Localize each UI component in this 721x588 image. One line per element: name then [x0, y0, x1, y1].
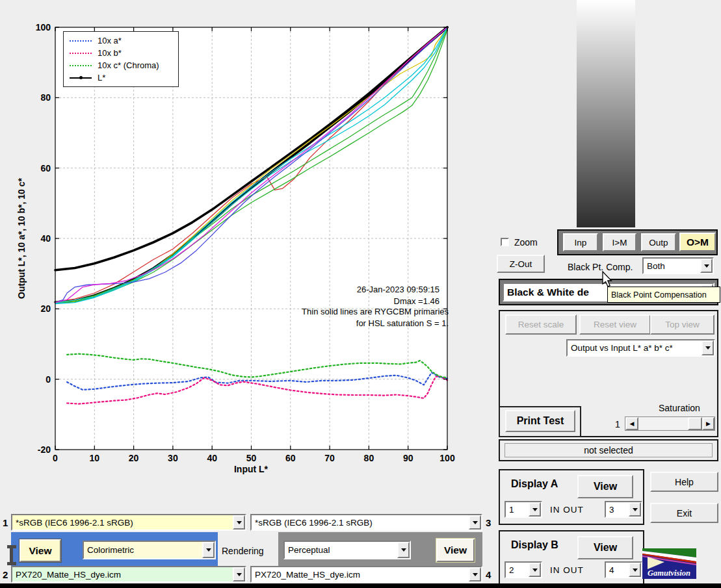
chevron-down-icon[interactable]: [701, 340, 714, 355]
z-out-button[interactable]: Z-Out: [497, 255, 545, 273]
svg-text:20: 20: [129, 453, 139, 463]
svg-text:70: 70: [324, 453, 335, 463]
exit-button[interactable]: Exit: [650, 503, 718, 523]
zoom-checkbox[interactable]: [501, 238, 509, 246]
i-beam-mark: [7, 545, 17, 565]
outp-button[interactable]: Outp: [641, 233, 676, 251]
slider-left-arrow[interactable]: ◀: [625, 417, 638, 430]
x-axis-label: Input L*: [234, 464, 269, 474]
legend-item-b: 10x b*: [70, 49, 172, 57]
rendering-label: Rendering: [222, 546, 264, 556]
black-pt-comp-value: Both: [644, 259, 700, 273]
display-a-view-button[interactable]: View: [577, 475, 633, 498]
profile-1-dropdown[interactable]: *sRGB (IEC6 1996-2.1 sRGB): [11, 514, 246, 531]
logo-text: Gamutvision: [648, 569, 690, 578]
status-text: not selected: [505, 443, 713, 457]
chevron-down-icon[interactable]: [529, 502, 541, 517]
display-b-inout-label: IN OUT: [550, 565, 584, 575]
chevron-down-icon[interactable]: [629, 502, 641, 517]
legend-label-L: L*: [98, 73, 105, 83]
black-pt-comp-dropdown[interactable]: Both: [642, 257, 714, 274]
annotation-date: 26-Jan-2023 09:59:15: [357, 284, 439, 296]
view-b-button[interactable]: View: [436, 539, 475, 562]
view-a-button[interactable]: View: [20, 539, 61, 562]
chevron-down-icon[interactable]: [469, 567, 481, 582]
intent-b-dropdown[interactable]: Perceptual: [283, 541, 411, 559]
display-b-view-button[interactable]: View: [577, 536, 633, 559]
display-a-group: Display A View 1 IN OUT 3: [499, 469, 644, 525]
intent-a-value: Colorimetric: [84, 542, 202, 558]
display-a-out-value: 3: [606, 502, 629, 517]
annotation-note-2: for HSL saturation S = 1.: [302, 318, 449, 329]
svg-text:40: 40: [40, 233, 51, 244]
intent-b-value: Perceptual: [285, 542, 397, 558]
chevron-down-icon[interactable]: [233, 515, 245, 530]
display-b-group: Display B View 2 IN OUT 4: [499, 530, 644, 585]
svg-text:40: 40: [207, 453, 217, 463]
chevron-down-icon[interactable]: [700, 259, 713, 273]
reset-scale-button[interactable]: Reset scale: [505, 314, 577, 335]
mouse-cursor-icon: [601, 271, 613, 288]
svg-text:30: 30: [168, 453, 178, 463]
display-b-title: Display B: [511, 539, 558, 551]
chevron-down-icon[interactable]: [529, 563, 541, 577]
svg-text:60: 60: [40, 163, 51, 173]
legend-swatch-c: [70, 63, 92, 68]
print-test-button[interactable]: Print Test: [505, 410, 575, 432]
slider-right-arrow[interactable]: ▶: [702, 417, 714, 430]
intent-a-dropdown[interactable]: Colorimetric: [83, 541, 216, 559]
slot-3-number: 3: [486, 517, 491, 528]
display-b-in-dropdown[interactable]: 2: [505, 561, 542, 578]
svg-text:80: 80: [364, 453, 374, 463]
display-b-out-dropdown[interactable]: 4: [605, 561, 642, 578]
reset-view-button[interactable]: Reset view: [579, 314, 651, 335]
display-a-out-dropdown[interactable]: 3: [605, 501, 642, 518]
svg-text:50: 50: [246, 453, 257, 463]
legend-swatch-b: [70, 51, 92, 56]
svg-text:60: 60: [285, 453, 296, 463]
legend-label-a: 10x a*: [98, 36, 122, 45]
display-a-in-dropdown[interactable]: 1: [505, 501, 542, 518]
svg-text:20: 20: [40, 303, 51, 314]
top-view-button[interactable]: Top view: [650, 314, 714, 335]
slider-thumb[interactable]: [688, 417, 702, 430]
gamutvision-logo: Gamutvision: [642, 548, 696, 579]
svg-text:100: 100: [439, 453, 455, 463]
legend-item-L: L*: [70, 73, 172, 82]
profile-3-dropdown[interactable]: *sRGB (IEC6 1996-2.1 sRGB): [250, 514, 482, 531]
status-box: not selected: [499, 439, 718, 461]
annotation-note-1: Thin solid lines are RYGCBM primaries: [302, 306, 449, 318]
chart-legend: 10x a* 10x b* 10x c* (Chroma) L*: [63, 31, 179, 87]
chevron-down-icon[interactable]: [629, 563, 641, 577]
black-pt-comp-label: Black Pt. Comp.: [568, 262, 633, 272]
inp-button[interactable]: Inp: [563, 233, 598, 251]
legend-item-c: 10x c* (Chroma): [70, 61, 172, 70]
saturation-slider[interactable]: ◀ ▶: [625, 416, 715, 431]
zoom-checkbox-label: Zoom: [514, 237, 538, 248]
chevron-down-icon[interactable]: [202, 542, 215, 558]
display-b-out-value: 4: [606, 563, 629, 577]
profile-4-dropdown[interactable]: PX720_Matte_HS_dye.icm: [250, 566, 482, 583]
chevron-down-icon[interactable]: [397, 542, 410, 558]
saturation-value: 1: [615, 419, 620, 429]
display-a-inout-label: IN OUT: [550, 505, 584, 515]
slot-1-number: 1: [3, 517, 8, 528]
chevron-down-icon[interactable]: [469, 515, 481, 530]
plot-type-value: Output vs Input L* a* b* c*: [568, 340, 701, 355]
profile-2-dropdown[interactable]: PX720_Matte_HS_dye.icm: [11, 566, 246, 583]
grayscale-gradient-bar: [577, 0, 635, 227]
slot-4-number: 4: [486, 569, 491, 580]
o-to-m-button[interactable]: O>M: [679, 233, 716, 251]
plot-type-dropdown[interactable]: Output vs Input L* a* b* c*: [566, 339, 715, 357]
legend-swatch-L: [70, 75, 92, 81]
i-to-m-button[interactable]: I>M: [603, 233, 636, 251]
chart-annotation-note: Thin solid lines are RYGCBM primaries fo…: [302, 306, 449, 329]
svg-text:100: 100: [36, 22, 51, 32]
display-b-in-value: 2: [506, 563, 529, 577]
svg-text:90: 90: [403, 453, 413, 463]
chevron-down-icon[interactable]: [233, 567, 245, 582]
profile-1-value: *sRGB (IEC6 1996-2.1 sRGB): [12, 515, 233, 530]
help-button[interactable]: Help: [650, 472, 718, 492]
gamutvision-window: 0102030405060708090100-20020406080100 In…: [0, 0, 721, 588]
profile-2-value: PX720_Matte_HS_dye.icm: [12, 567, 233, 582]
